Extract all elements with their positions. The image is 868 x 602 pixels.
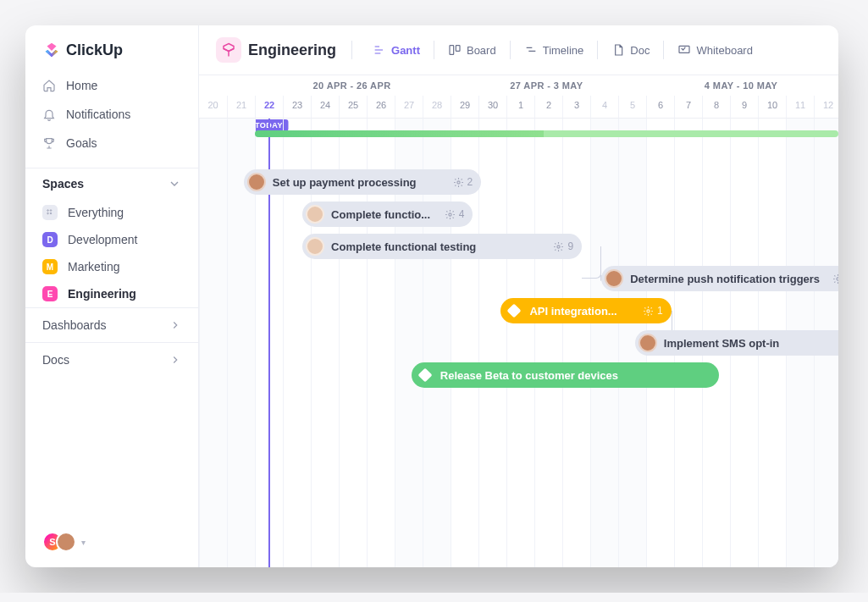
day-cell[interactable]: 27: [395, 96, 423, 118]
sidebar: ClickUp HomeNotificationsGoals Spaces Ev…: [25, 25, 199, 567]
space-badge: E: [42, 286, 58, 301]
gantt-chart[interactable]: Set up payment processing2Complete funct…: [199, 119, 838, 567]
day-cell[interactable]: 9: [730, 96, 758, 118]
day-cell[interactable]: 30: [478, 96, 506, 118]
chevron-right-icon: [169, 319, 181, 331]
space-marketing[interactable]: MMarketing: [25, 253, 198, 280]
task-label: Complete functio...: [331, 208, 430, 221]
task-bar[interactable]: Set up payment processing2: [244, 169, 482, 195]
day-cell[interactable]: 25: [339, 96, 367, 118]
chevron-right-icon: [169, 354, 181, 366]
task-bar[interactable]: Complete functio...4: [302, 202, 473, 227]
milestone-icon: [507, 304, 522, 318]
grid-icon: [42, 205, 58, 220]
space-icon[interactable]: [216, 37, 241, 63]
nav-label: Home: [66, 79, 97, 92]
week-label: 27 APR - 3 MAY: [449, 75, 644, 96]
separator: [663, 41, 664, 59]
day-cell[interactable]: 2: [534, 96, 562, 118]
week-label: 4 MAY - 10 MAY: [644, 75, 838, 96]
space-label: Development: [68, 233, 138, 246]
task-label: Implement SMS opt-in: [664, 337, 780, 350]
svg-point-8: [449, 213, 451, 215]
section-label: Dashboards: [42, 318, 107, 332]
space-development[interactable]: DDevelopment: [25, 226, 198, 253]
svg-rect-6: [679, 46, 689, 52]
day-cell[interactable]: 21: [227, 96, 255, 118]
svg-point-11: [647, 309, 650, 312]
view-tab-gantt[interactable]: Gantt: [364, 38, 428, 62]
nav-label: Notifications: [66, 108, 130, 121]
task-count: 4: [445, 208, 465, 220]
view-tab-doc[interactable]: Doc: [603, 38, 658, 62]
space-engineering[interactable]: EEngineering: [25, 280, 198, 307]
task-bar[interactable]: Complete functional testing9: [302, 234, 582, 259]
space-everything[interactable]: Everything: [25, 199, 198, 226]
day-cell[interactable]: 8: [702, 96, 730, 118]
spaces-header-label: Spaces: [42, 177, 84, 191]
day-cell[interactable]: 24: [311, 96, 339, 118]
chevron-down-icon: [168, 177, 181, 191]
whiteboard-icon: [677, 43, 691, 57]
summary-bar[interactable]: [255, 130, 838, 137]
day-cell[interactable]: 20: [199, 96, 227, 118]
space-label: Marketing: [68, 260, 119, 273]
day-cell[interactable]: 3: [562, 96, 590, 118]
task-label: Release Beta to customer devices: [440, 369, 618, 382]
separator: [597, 41, 598, 59]
assignee-avatar: [306, 205, 324, 224]
day-cell[interactable]: 1: [506, 96, 534, 118]
task-bar[interactable]: Implement SMS opt-in: [635, 330, 838, 356]
task-label: API integration...: [529, 305, 616, 318]
caret-down-icon: ▾: [81, 538, 86, 547]
grid-column: [506, 119, 534, 567]
day-cell[interactable]: 6: [646, 96, 674, 118]
separator: [434, 41, 434, 59]
separator: [510, 41, 511, 59]
space-badge: D: [42, 232, 58, 247]
day-cell[interactable]: 7: [674, 96, 702, 118]
clickup-logo-icon: [42, 41, 61, 59]
nav-home[interactable]: Home: [25, 71, 198, 100]
day-cell[interactable]: 10: [758, 96, 786, 118]
tab-label: Whiteboard: [696, 44, 752, 57]
svg-rect-4: [450, 46, 454, 55]
task-label: Set up payment processing: [273, 176, 417, 189]
task-bar[interactable]: Determine push notification triggers1: [601, 266, 838, 291]
day-cell[interactable]: 23: [283, 96, 311, 118]
page-title: Engineering: [248, 41, 336, 59]
user-switcher[interactable]: S ▾: [25, 516, 198, 567]
view-tab-timeline[interactable]: Timeline: [516, 38, 593, 62]
task-bar[interactable]: API integration...1: [500, 298, 671, 323]
task-label: Complete functional testing: [331, 240, 476, 253]
brand-block[interactable]: ClickUp: [25, 25, 198, 71]
spaces-header[interactable]: Spaces: [25, 168, 198, 199]
gantt-icon: [373, 43, 386, 57]
nav-label: Goals: [66, 136, 97, 150]
tab-label: Gantt: [391, 44, 420, 57]
day-cell[interactable]: 22: [255, 96, 283, 118]
trophy-icon: [42, 136, 56, 150]
week-label: 20 APR - 26 APR: [255, 75, 450, 96]
nav-trophy[interactable]: Goals: [25, 129, 198, 157]
day-cell[interactable]: 5: [618, 96, 646, 118]
section-dashboards[interactable]: Dashboards: [25, 307, 198, 342]
task-count: 1: [832, 273, 838, 284]
section-docs[interactable]: Docs: [25, 342, 198, 377]
day-cell[interactable]: 28: [423, 96, 451, 118]
separator: [351, 41, 352, 59]
day-cell[interactable]: 4: [590, 96, 618, 118]
svg-rect-5: [456, 46, 460, 52]
doc-icon: [611, 43, 625, 57]
nav-bell[interactable]: Notifications: [25, 100, 198, 129]
day-cell[interactable]: 29: [451, 96, 478, 118]
day-cell[interactable]: 12: [814, 96, 838, 118]
view-tab-board[interactable]: Board: [440, 38, 505, 62]
view-tab-whiteboard[interactable]: Whiteboard: [669, 38, 760, 62]
svg-point-1: [50, 210, 52, 212]
day-cell[interactable]: 11: [786, 96, 814, 118]
day-cell[interactable]: 26: [367, 96, 395, 118]
svg-point-3: [50, 213, 52, 214]
task-bar[interactable]: Release Beta to customer devices: [412, 362, 719, 388]
space-label: Engineering: [68, 287, 136, 301]
